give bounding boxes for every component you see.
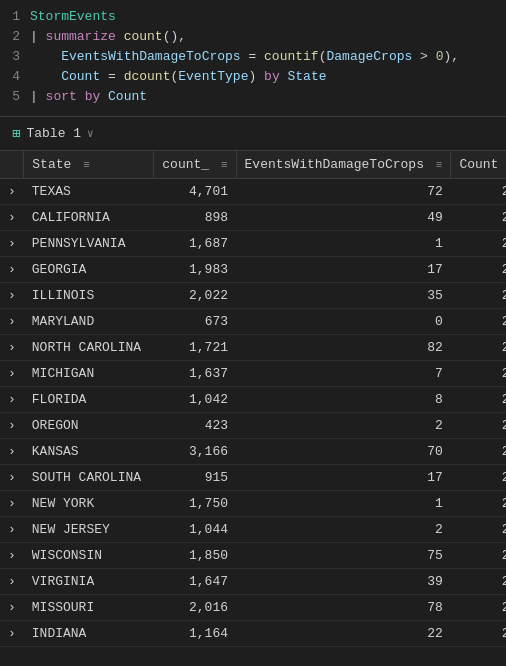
damage-cell: 0 [236, 309, 451, 335]
expand-icon[interactable]: › [0, 517, 24, 543]
expand-icon[interactable]: › [0, 569, 24, 595]
table-row[interactable]: › VIRGINIA 1,647 39 21 [0, 569, 506, 595]
table-row[interactable]: › TEXAS 4,701 72 27 [0, 179, 506, 205]
damage-cell: 8 [236, 387, 451, 413]
final-cell: 21 [451, 465, 506, 491]
final-cell: 21 [451, 569, 506, 595]
expand-icon[interactable]: › [0, 543, 24, 569]
damage-cell: 2 [236, 517, 451, 543]
count-cell: 1,042 [154, 387, 236, 413]
table-row[interactable]: › MARYLAND 673 0 23 [0, 309, 506, 335]
code-content-2: | summarize count(), [30, 29, 506, 44]
line-number-5: 5 [0, 89, 30, 104]
expand-icon[interactable]: › [0, 205, 24, 231]
code-content-4: Count = dcount(EventType) by State [30, 69, 506, 84]
col-state[interactable]: State ≡ [24, 151, 154, 179]
state-cell: OREGON [24, 413, 154, 439]
final-cell: 21 [451, 413, 506, 439]
final-cell: 25 [451, 231, 506, 257]
code-line-5: 5 | sort by Count [0, 88, 506, 108]
table-row[interactable]: › FLORIDA 1,042 8 22 [0, 387, 506, 413]
col-count[interactable]: count_ ≡ [154, 151, 236, 179]
table-row[interactable]: › SOUTH CAROLINA 915 17 21 [0, 465, 506, 491]
state-cell: PENNSYLVANIA [24, 231, 154, 257]
count-cell: 1,750 [154, 491, 236, 517]
state-cell: MICHIGAN [24, 361, 154, 387]
count-cell: 915 [154, 465, 236, 491]
expand-icon[interactable]: › [0, 387, 24, 413]
final-cell: 22 [451, 361, 506, 387]
state-cell: NEW YORK [24, 491, 154, 517]
table-row[interactable]: › KANSAS 3,166 70 21 [0, 439, 506, 465]
table-row[interactable]: › MISSOURI 2,016 78 20 [0, 595, 506, 621]
expand-icon[interactable]: › [0, 335, 24, 361]
table-row[interactable]: › CALIFORNIA 898 49 26 [0, 205, 506, 231]
count-cell: 423 [154, 413, 236, 439]
table-row[interactable]: › NEW YORK 1,750 1 21 [0, 491, 506, 517]
final-cell: 21 [451, 439, 506, 465]
final-cell: 23 [451, 283, 506, 309]
code-line-1: 1 StormEvents [0, 8, 506, 28]
final-cell: 21 [451, 491, 506, 517]
expand-icon[interactable]: › [0, 465, 24, 491]
state-cell: NEW JERSEY [24, 517, 154, 543]
line-number-3: 3 [0, 49, 30, 64]
damage-cell: 49 [236, 205, 451, 231]
count-cell: 1,983 [154, 257, 236, 283]
damage-cell: 82 [236, 335, 451, 361]
col-damage[interactable]: EventsWithDamageToCrops ≡ [236, 151, 451, 179]
code-line-2: 2 | summarize count(), [0, 28, 506, 48]
damage-cell: 1 [236, 231, 451, 257]
table-row[interactable]: › MICHIGAN 1,637 7 22 [0, 361, 506, 387]
final-cell: 23 [451, 335, 506, 361]
table-row[interactable]: › NEW JERSEY 1,044 2 21 [0, 517, 506, 543]
chevron-down-icon[interactable]: ∨ [87, 127, 94, 140]
table-row[interactable]: › PENNSYLVANIA 1,687 1 25 [0, 231, 506, 257]
count-cell: 1,647 [154, 569, 236, 595]
code-content-1: StormEvents [30, 9, 506, 24]
damage-cell: 17 [236, 465, 451, 491]
final-cell: 24 [451, 257, 506, 283]
state-cell: MARYLAND [24, 309, 154, 335]
expand-icon[interactable]: › [0, 283, 24, 309]
state-cell: CALIFORNIA [24, 205, 154, 231]
table-row[interactable]: › ILLINOIS 2,022 35 23 [0, 283, 506, 309]
state-cell: MISSOURI [24, 595, 154, 621]
expand-icon[interactable]: › [0, 413, 24, 439]
expand-icon[interactable]: › [0, 361, 24, 387]
state-cell: FLORIDA [24, 387, 154, 413]
code-line-4: 4 Count = dcount(EventType) by State [0, 68, 506, 88]
final-cell: 26 [451, 205, 506, 231]
state-cell: NORTH CAROLINA [24, 335, 154, 361]
col-final[interactable]: Count ≡ [451, 151, 506, 179]
expand-icon[interactable]: › [0, 231, 24, 257]
code-editor: 1 StormEvents 2 | summarize count(), 3 E… [0, 0, 506, 117]
expand-icon[interactable]: › [0, 621, 24, 647]
expand-icon[interactable]: › [0, 491, 24, 517]
expand-icon[interactable]: › [0, 439, 24, 465]
damage-cell: 35 [236, 283, 451, 309]
table-row[interactable]: › WISCONSIN 1,850 75 21 [0, 543, 506, 569]
expand-icon[interactable]: › [0, 595, 24, 621]
state-cell: GEORGIA [24, 257, 154, 283]
table-section: ⊞ Table 1 ∨ State ≡ count_ ≡ EventsWithD… [0, 117, 506, 647]
table-row[interactable]: › OREGON 423 2 21 [0, 413, 506, 439]
table-row[interactable]: › INDIANA 1,164 22 20 [0, 621, 506, 647]
data-table: State ≡ count_ ≡ EventsWithDamageToCrops… [0, 151, 506, 647]
count-cell: 2,016 [154, 595, 236, 621]
table-row[interactable]: › NORTH CAROLINA 1,721 82 23 [0, 335, 506, 361]
expand-icon[interactable]: › [0, 257, 24, 283]
expand-icon[interactable]: › [0, 309, 24, 335]
count-cell: 1,850 [154, 543, 236, 569]
damage-cell: 75 [236, 543, 451, 569]
damage-cell: 17 [236, 257, 451, 283]
table-row[interactable]: › GEORGIA 1,983 17 24 [0, 257, 506, 283]
count-cell: 898 [154, 205, 236, 231]
state-cell: ILLINOIS [24, 283, 154, 309]
expand-icon[interactable]: › [0, 179, 24, 205]
table-title: Table 1 [26, 126, 81, 141]
table-icon: ⊞ [12, 125, 20, 142]
line-number-4: 4 [0, 69, 30, 84]
damage-cell: 72 [236, 179, 451, 205]
final-cell: 20 [451, 621, 506, 647]
